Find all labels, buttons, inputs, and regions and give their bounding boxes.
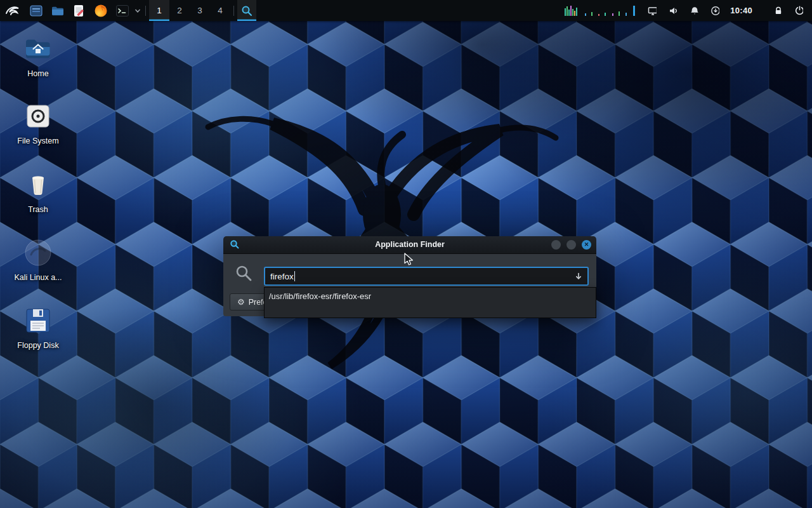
text-editor-launcher[interactable] — [69, 0, 90, 21]
firefox-icon — [93, 3, 108, 18]
file-system-icon — [24, 100, 52, 132]
cpu-graph-icon — [565, 3, 639, 18]
dropdown-arrow-icon[interactable] — [573, 271, 584, 284]
chevron-down-icon — [134, 8, 141, 13]
desktop-icon-label: Kali Linux a... — [14, 273, 62, 282]
updates-tray-button[interactable] — [707, 0, 723, 21]
display-tray-button[interactable] — [644, 0, 660, 21]
kali-docs-icon — [23, 237, 53, 269]
gear-icon: ⚙ — [237, 297, 245, 307]
search-input[interactable]: firefox — [264, 267, 589, 286]
power-icon — [794, 5, 803, 16]
desktop-icon-home[interactable]: Home — [4, 33, 72, 78]
lock-icon — [773, 6, 782, 16]
workspace-2-button[interactable]: 2 — [169, 0, 190, 21]
firefox-launcher[interactable] — [90, 0, 112, 21]
terminal-launcher[interactable] — [112, 0, 133, 21]
panel-left: 1 2 3 4 — [0, 0, 256, 21]
folder-icon — [50, 3, 65, 18]
file-manager-launcher[interactable] — [47, 0, 69, 21]
floppy-disk-icon — [24, 305, 52, 337]
search-input-value: firefox — [270, 272, 294, 281]
panel-separator — [145, 6, 146, 16]
desktop-icon-kali-docs[interactable]: Kali Linux a... — [4, 237, 72, 282]
clock[interactable]: 10:40 — [730, 6, 752, 15]
log-out-button[interactable] — [790, 0, 807, 21]
desktop-icon-floppy-disk[interactable]: Floppy Disk — [4, 305, 72, 350]
desktop-icon-label: Trash — [28, 205, 48, 214]
workspace-3-button[interactable]: 3 — [190, 0, 210, 21]
kali-menu-button[interactable] — [0, 0, 25, 21]
application-finder-button[interactable] — [237, 0, 256, 21]
text-editor-icon — [72, 3, 87, 18]
window-title: Application Finder — [223, 236, 596, 253]
search-icon — [241, 5, 252, 17]
application-finder-window: Application Finder ✕ firefox ⚙ — [223, 236, 596, 316]
display-icon — [648, 6, 657, 16]
notifications-tray-button[interactable] — [686, 0, 702, 21]
panel-separator — [233, 6, 234, 16]
terminal-icon — [115, 3, 130, 18]
top-panel: 1 2 3 4 — [0, 0, 812, 21]
workspace-4-button[interactable]: 4 — [210, 0, 230, 21]
files-launcher[interactable] — [25, 0, 47, 21]
files-icon — [29, 3, 44, 18]
trash-icon — [25, 169, 51, 201]
volume-tray-button[interactable] — [665, 0, 681, 21]
completion-item[interactable]: /usr/lib/firefox-esr/firefox-esr — [265, 288, 596, 304]
text-caret — [294, 271, 296, 281]
home-icon — [23, 33, 53, 65]
desktop-icon-label: Floppy Disk — [17, 341, 58, 350]
maximize-button[interactable] — [566, 240, 576, 250]
updates-icon — [710, 6, 719, 16]
system-monitor-graph[interactable] — [565, 3, 639, 18]
close-button[interactable]: ✕ — [582, 240, 591, 250]
search-icon — [235, 264, 252, 284]
kali-logo-icon — [4, 3, 21, 19]
desktop-icon-label: File System — [17, 137, 58, 145]
minimize-button[interactable] — [551, 240, 561, 250]
titlebar[interactable]: Application Finder ✕ — [223, 236, 596, 254]
desktop-icon-label: Home — [27, 69, 48, 78]
desktop-icon-file-system[interactable]: File System — [4, 100, 72, 145]
close-icon: ✕ — [584, 242, 589, 248]
panel-right: 10:40 — [565, 0, 812, 21]
screen-lock-button[interactable] — [769, 0, 786, 21]
volume-icon — [669, 6, 678, 16]
terminal-dropdown-button[interactable] — [133, 0, 142, 21]
completion-popup: /usr/lib/firefox-esr/firefox-esr — [264, 287, 596, 318]
desktop-icon-trash[interactable]: Trash — [4, 169, 72, 214]
workspace-1-button[interactable]: 1 — [149, 0, 169, 21]
workspace-switcher: 1 2 3 4 — [149, 0, 230, 21]
bell-icon — [690, 6, 698, 16]
